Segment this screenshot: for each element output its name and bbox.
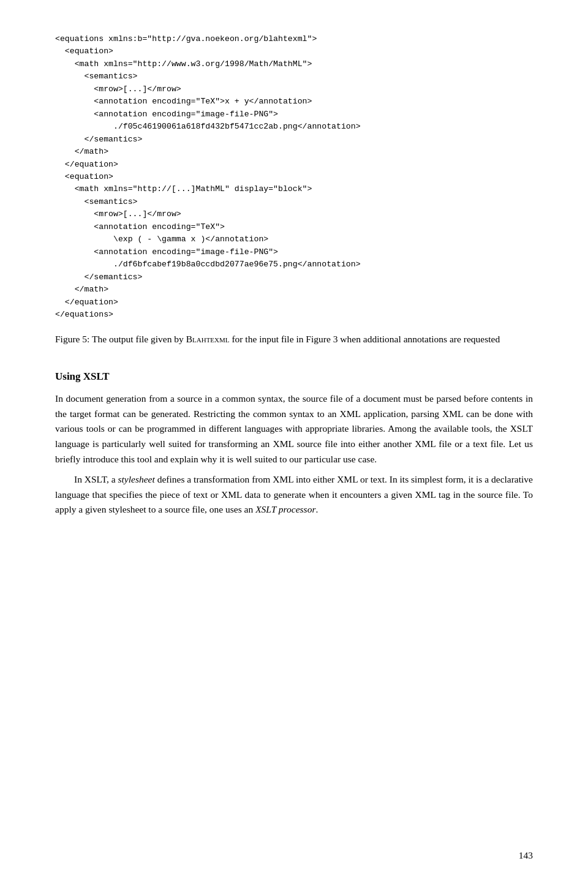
body-text: In document generation from a source in …: [55, 391, 533, 517]
section-title: Using XSLT: [55, 369, 533, 385]
paragraph-2: In XSLT, a stylesheet defines a transfor…: [55, 472, 533, 517]
figure-text: The output file given by: [92, 334, 186, 344]
figure-program: Blahtexml: [186, 334, 230, 344]
figure-caption: Figure 5: The output file given by Blaht…: [55, 332, 533, 347]
code-block: <equations xmlns:b="http://gva.noekeon.o…: [55, 33, 533, 321]
paragraph-1: In document generation from a source in …: [55, 391, 533, 467]
page-number: 143: [519, 848, 533, 863]
page: <equations xmlns:b="http://gva.noekeon.o…: [0, 0, 588, 880]
figure-label: Figure 5:: [55, 334, 89, 344]
figure-text2: for the input file in Figure 3 when addi…: [230, 334, 500, 344]
